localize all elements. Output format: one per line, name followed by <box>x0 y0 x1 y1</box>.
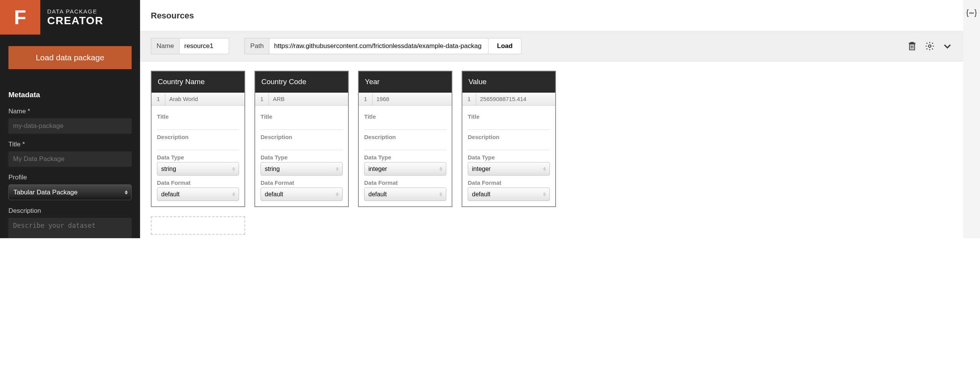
data-type-select[interactable]: integer <box>468 162 550 176</box>
field-header: Country Name <box>152 71 244 93</box>
resource-name-input[interactable] <box>179 38 229 54</box>
description-label: Description <box>364 134 446 140</box>
data-format-label: Data Format <box>364 179 446 186</box>
cards-row: Country Name 1 Arab World Title Descript… <box>140 61 963 216</box>
title-input[interactable] <box>157 121 239 130</box>
title-label: Title <box>468 113 550 120</box>
field-body: Title Description Data Type string Data … <box>255 106 348 206</box>
description-label: Description <box>8 207 132 215</box>
path-group: Path Load <box>244 38 521 54</box>
sidebar: F DATA PACKAGE CREATOR Load data package… <box>0 0 140 238</box>
data-type-select[interactable]: string <box>157 162 239 176</box>
description-label: Description <box>261 134 343 140</box>
logo-text: DATA PACKAGE CREATOR <box>47 8 103 27</box>
data-type-label: Data Type <box>261 154 343 161</box>
title-label: Title <box>364 113 446 120</box>
svg-point-0 <box>929 45 931 48</box>
name-group: Name <box>151 38 229 54</box>
profile-select[interactable]: Tabular Data Package <box>8 184 132 200</box>
header-strip: Resources <box>140 0 963 31</box>
title-input[interactable] <box>8 151 132 167</box>
field-sample: 1 ARB <box>255 93 348 106</box>
sample-index: 1 <box>152 93 165 105</box>
description-input[interactable] <box>364 142 446 150</box>
title-input[interactable] <box>364 121 446 130</box>
data-format-label: Data Format <box>157 179 239 186</box>
svg-point-3 <box>973 13 973 13</box>
field-body: Title Description Data Type string Data … <box>152 106 244 206</box>
metadata-section: Metadata Name * Title * Profile Tabular … <box>0 80 140 238</box>
field-sample: 1 25659088715.414 <box>462 93 555 106</box>
field-sample: 1 1968 <box>359 93 452 106</box>
load-data-package-button[interactable]: Load data package <box>8 46 132 69</box>
field-card: Country Name 1 Arab World Title Descript… <box>151 71 245 207</box>
data-type-select[interactable]: integer <box>364 162 446 176</box>
resource-name-label: Name <box>151 38 179 54</box>
title-label: Title * <box>8 141 132 148</box>
title-label: Title <box>261 113 343 120</box>
content: Resources Name Path Load Country Name 1 … <box>140 0 963 238</box>
data-type-label: Data Type <box>157 154 239 161</box>
data-format-select[interactable]: default <box>468 187 550 201</box>
svg-point-1 <box>970 13 970 13</box>
json-braces-icon[interactable] <box>966 8 977 18</box>
title-input[interactable] <box>261 121 343 130</box>
sample-index: 1 <box>359 93 373 105</box>
field-header: Year <box>359 71 452 93</box>
field-header: Country Code <box>255 71 348 93</box>
load-resource-button[interactable]: Load <box>488 38 521 54</box>
field-sample: 1 Arab World <box>152 93 244 106</box>
field-body: Title Description Data Type integer Data… <box>359 106 452 206</box>
description-input[interactable] <box>468 142 550 150</box>
field-card: Year 1 1968 Title Description Data Type … <box>358 71 452 207</box>
svg-point-2 <box>971 13 972 13</box>
field-body: Title Description Data Type integer Data… <box>462 106 555 206</box>
sample-value: Arab World <box>165 93 244 105</box>
data-type-label: Data Type <box>364 154 446 161</box>
chevron-down-icon[interactable] <box>942 41 952 51</box>
description-label: Description <box>157 134 239 140</box>
data-format-select[interactable]: default <box>364 187 446 201</box>
logo-f-icon: F <box>14 6 26 29</box>
logo-badge: F <box>0 0 40 35</box>
title-input[interactable] <box>468 121 550 130</box>
sample-value: 25659088715.414 <box>476 93 555 105</box>
resource-controls: Name Path Load <box>140 31 963 61</box>
data-format-select[interactable]: default <box>261 187 343 201</box>
gear-icon[interactable] <box>925 41 935 51</box>
sample-value: 1968 <box>373 93 452 105</box>
add-field-placeholder[interactable] <box>151 216 245 235</box>
field-card: Country Code 1 ARB Title Description Dat… <box>254 71 349 207</box>
metadata-heading: Metadata <box>8 91 132 99</box>
resource-path-input[interactable] <box>269 38 488 54</box>
main: Resources Name Path Load Country Name 1 … <box>140 0 980 238</box>
profile-label: Profile <box>8 174 132 181</box>
description-input[interactable] <box>157 142 239 150</box>
title-label: Title <box>157 113 239 120</box>
data-type-label: Data Type <box>468 154 550 161</box>
logo-line2: CREATOR <box>47 15 103 27</box>
data-format-label: Data Format <box>468 179 550 186</box>
description-label: Description <box>468 134 550 140</box>
description-input[interactable] <box>261 142 343 150</box>
data-type-select[interactable]: string <box>261 162 343 176</box>
field-header: Value <box>462 71 555 93</box>
action-icons <box>907 41 952 51</box>
sample-index: 1 <box>255 93 269 105</box>
logo-line1: DATA PACKAGE <box>47 8 103 15</box>
json-rail <box>963 0 980 238</box>
name-input[interactable] <box>8 118 132 134</box>
sample-index: 1 <box>462 93 476 105</box>
sample-value: ARB <box>269 93 348 105</box>
resources-heading: Resources <box>151 11 952 21</box>
field-card: Value 1 25659088715.414 Title Descriptio… <box>462 71 556 207</box>
data-format-label: Data Format <box>261 179 343 186</box>
data-format-select[interactable]: default <box>157 187 239 201</box>
delete-icon[interactable] <box>907 41 917 51</box>
resource-path-label: Path <box>244 38 269 54</box>
name-label: Name * <box>8 108 132 115</box>
description-textarea[interactable] <box>8 218 132 238</box>
logo: F DATA PACKAGE CREATOR <box>0 0 140 35</box>
